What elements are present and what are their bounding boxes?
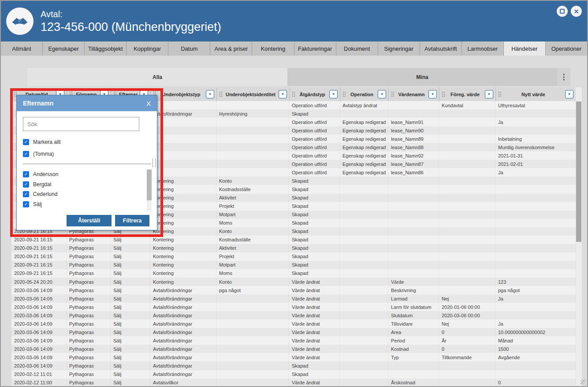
scrollbar-thumb[interactable] [576,101,581,242]
cell [216,328,289,336]
cell: lease_Namn87 [388,160,439,168]
table-row[interactable]: 2020-09-21 16:15PythagorasSäljKonteringM… [11,269,576,278]
tab-tilläggsobjekt[interactable]: Tilläggsobjekt [85,41,127,56]
divider-grip-icon[interactable] [153,158,156,167]
cell [388,109,439,118]
checkbox-checked-icon[interactable]: ✓ [23,139,29,145]
table-row[interactable]: 2020-03-06 14:09PythagorasSäljAvtalsförä… [11,311,576,319]
cell [340,294,388,303]
cell [495,177,576,185]
cell [216,353,289,361]
table-row[interactable]: 2020-03-06 14:09PythagorasSäljAvtalsförä… [11,303,576,311]
drag-handle-dots-icon[interactable] [219,91,223,97]
resize-grip-icon[interactable] [581,379,586,385]
table-row[interactable]: 2020-03-06 14:09PythagorasSäljAvtalsförä… [11,319,576,328]
tab-area-priser[interactable]: Area & priser [210,41,252,56]
drag-handle-dots-icon[interactable] [442,91,445,97]
tab-larmnotiser[interactable]: Larmnotiser [462,41,504,56]
checkbox-checked-icon[interactable]: ✓ [23,201,29,207]
tab-avtalsutskrift[interactable]: Avtalsutskrift [420,41,462,56]
filter-dropdown-icon[interactable]: ▼ [279,90,287,98]
table-row[interactable]: 2020-03-06 14:09PythagorasSäljAvtalsförä… [11,294,576,303]
column-header-åtgärdstyp[interactable]: Åtgärdstyp▼ [289,87,340,101]
table-row[interactable]: 2020-03-06 14:09PythagorasSäljAvtalsförä… [11,328,576,336]
cell [340,353,388,361]
filter-button[interactable]: Filtrera [115,215,149,226]
cell: pga något [495,286,576,294]
checkbox-checked-icon[interactable]: ✓ [23,191,29,197]
cell [439,219,495,227]
filter-value-row-bergdal[interactable]: ✓Bergdal [23,180,145,190]
tab-allmänt[interactable]: Allmänt [1,41,43,56]
empty-values-checkbox-row[interactable]: ✓ (Tomma) [23,151,54,157]
cell: Inbetalning [495,135,576,143]
column-header-underobjektsidentitet[interactable]: Underobjektsidentitet▼ [216,87,289,101]
filter-dropdown-icon[interactable]: ▼ [428,90,437,98]
checkbox-checked-icon[interactable]: ✓ [23,181,29,188]
table-row[interactable]: 2020-03-06 14:09PythagorasSäljAvtalsförä… [11,361,576,370]
kebab-menu-icon[interactable]: ⋮ [557,68,570,86]
checkbox-checked-icon[interactable]: ✓ [23,171,29,177]
drag-handle-dots-icon[interactable] [292,91,295,97]
tab-kontering[interactable]: Kontering [252,41,294,56]
filter-dropdown-icon[interactable]: ▼ [206,90,214,98]
table-row[interactable]: 2020-02-12 11:00PythagorasSäljAvtalsvill… [11,379,576,387]
table-row[interactable]: 2020-03-06 14:09PythagorasSäljAvtalsförä… [11,353,576,361]
select-all-checkbox-row[interactable]: ✓ Markera allt [23,139,61,145]
tab-signeringar[interactable]: Signeringar [378,41,420,56]
table-row[interactable]: 2020-09-21 16:15PythagorasSäljKonteringM… [11,261,576,269]
drag-handle-dots-icon[interactable] [342,91,346,97]
cell: Skapad [289,109,340,118]
cell [439,168,495,177]
table-row[interactable]: 2020-09-21 16:15PythagorasSäljKonteringK… [11,236,576,244]
filter-dropdown-icon[interactable]: ▼ [485,90,493,98]
cell [495,269,576,278]
filter-search-input[interactable] [23,117,139,131]
table-row[interactable]: 2020-03-06 14:09PythagorasSäljAvtalsförä… [11,286,576,294]
list-scrollbar-thumb[interactable] [147,169,152,200]
cell: Värde ändrat [289,345,340,353]
filter-value-row-cederlund[interactable]: ✓Cederlund [23,189,145,199]
filter-value-row-andersson[interactable]: ✓Andersson [23,169,145,180]
tab-kopplingar[interactable]: Kopplingar [127,41,168,56]
drag-handle-dots-icon[interactable] [391,91,394,97]
tab-egenskaper[interactable]: Egenskaper [43,41,85,56]
table-row[interactable]: 2020-02-12 11:01PythagorasSäljAvtalsförä… [11,370,576,379]
popup-close-button[interactable]: X [146,100,151,107]
tab-operationer[interactable]: Operationer [546,41,587,56]
filter-dropdown-icon[interactable]: ▼ [565,90,573,98]
filter-popup-header: Efternamn X [17,95,157,111]
close-button[interactable]: ✕ [571,6,582,17]
cell: Hyreshöjning [216,109,289,118]
column-header-värdenamn[interactable]: Värdenamn▼ [388,87,439,101]
filter-value-row-sälj[interactable]: ✓Sälj [23,199,145,210]
column-header-underobjektstyp[interactable]: Underobjektstyp▼ [150,87,216,101]
column-header-föreg-värde[interactable]: Föreg. värde▼ [439,87,495,101]
table-row[interactable]: 2020-05-24 20:20PythagorasSäljKonteringK… [11,278,576,286]
cell: Moms [216,219,289,227]
table-row[interactable]: 2020-09-21 16:15PythagorasSäljKonteringP… [11,252,576,261]
tab-datum[interactable]: Datum [168,41,210,56]
tab-dokument[interactable]: Dokument [336,41,378,56]
cell [216,370,289,379]
subtab-mina[interactable]: Mina [287,68,557,86]
subtab-alla[interactable]: Alla [27,68,287,86]
reset-button[interactable]: Återställ [67,215,112,226]
table-row[interactable]: 2020-09-21 16:15PythagorasSäljKonteringA… [11,244,576,252]
drag-handle-dots-icon[interactable] [498,91,502,97]
tab-händelser[interactable]: Händelser [504,41,546,56]
filter-dropdown-icon[interactable]: ▼ [329,90,338,98]
cell: 2020-02-12 11:01 [11,370,67,379]
table-row[interactable]: 2020-03-06 14:09PythagorasSäljAvtalsförä… [11,345,576,353]
column-header-operation[interactable]: Operation▼ [340,87,388,101]
list-scrollbar[interactable] [147,169,152,211]
tab-faktureringar[interactable]: Faktureringar [294,41,336,56]
filter-popup: Efternamn X ✓ Markera allt ✓ (Tomma) ✓An… [16,95,157,230]
checkbox-checked-icon[interactable]: ✓ [23,151,29,157]
filter-dropdown-icon[interactable]: ▼ [378,90,386,98]
cell: Konto [216,177,289,185]
restore-button[interactable] [557,6,568,17]
table-row[interactable]: 2020-03-06 14:09PythagorasSäljAvtalsförä… [11,336,576,345]
column-header-nytt-värde[interactable]: Nytt värde▼ [495,87,576,101]
vertical-scrollbar[interactable] [576,87,582,387]
